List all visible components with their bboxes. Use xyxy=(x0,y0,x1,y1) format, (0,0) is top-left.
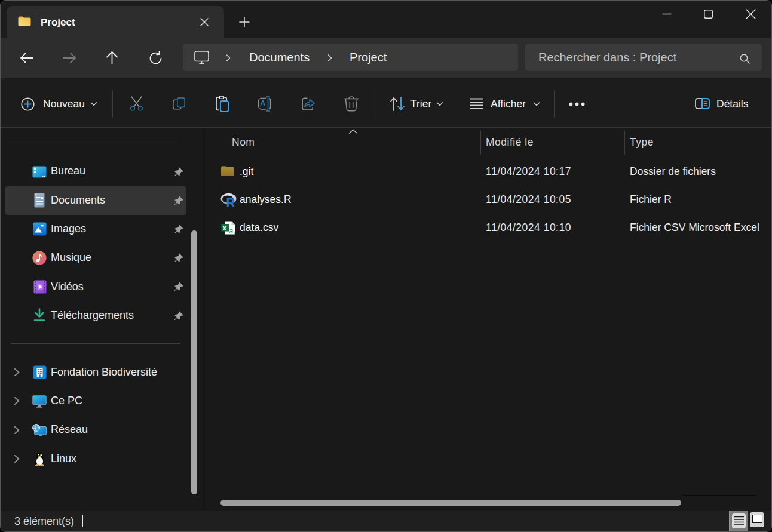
svg-text:a,: a, xyxy=(229,226,235,235)
svg-text:R: R xyxy=(226,195,235,209)
svg-text:x: x xyxy=(223,224,227,232)
